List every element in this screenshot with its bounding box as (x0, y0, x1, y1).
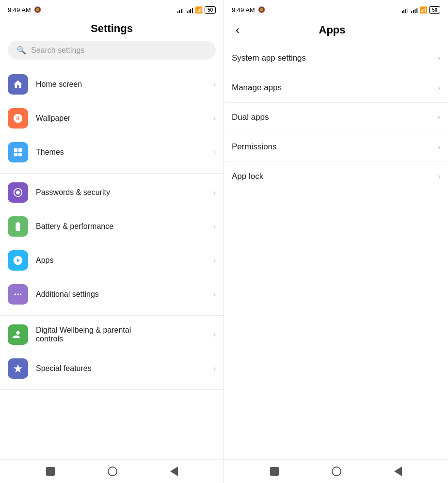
svg-point-8 (16, 331, 19, 335)
battery-icon (8, 216, 28, 237)
settings-item-battery[interactable]: Battery & performance › (0, 209, 224, 243)
system-app-settings-label: System app settings (232, 53, 438, 63)
settings-item-wallpaper[interactable]: Wallpaper › (0, 101, 224, 135)
left-nav-back-icon (170, 467, 178, 476)
manage-apps-label: Manage apps (232, 83, 438, 93)
apps-item-system-app-settings[interactable]: System app settings › (224, 44, 448, 73)
divider-3 (0, 389, 224, 390)
themes-label: Themes (36, 148, 213, 157)
right-nav-bar (224, 459, 448, 483)
digital-wellbeing-icon (8, 324, 28, 345)
wifi-icon: 📶 (195, 6, 203, 14)
digital-wellbeing-chevron: › (213, 330, 216, 339)
settings-item-home-screen[interactable]: Home screen › (0, 67, 224, 101)
home-screen-icon (8, 74, 28, 95)
home-screen-label: Home screen (36, 80, 213, 89)
special-features-chevron: › (213, 364, 216, 373)
passwords-chevron: › (213, 188, 216, 197)
themes-chevron: › (213, 148, 216, 157)
right-panel: 9:49 AM 🔕 📶 50 ‹ Apps Syst (224, 0, 448, 483)
system-app-settings-chevron: › (438, 54, 440, 63)
search-icon: 🔍 (16, 46, 26, 55)
left-status-time: 9:49 AM (8, 6, 31, 14)
svg-point-7 (20, 293, 22, 295)
right-nav-home[interactable] (332, 467, 341, 476)
passwords-icon (8, 182, 28, 203)
left-page-title: Settings (91, 22, 133, 34)
right-signal-icon-2 (411, 7, 417, 13)
apps-item-dual-apps[interactable]: Dual apps › (224, 103, 448, 132)
additional-icon (8, 284, 28, 305)
alarm-icon: 🔕 (34, 6, 41, 13)
left-nav-bar (0, 459, 224, 483)
additional-label: Additional settings (36, 290, 213, 299)
left-nav-circle-icon (108, 467, 117, 476)
apps-icon (8, 250, 28, 271)
settings-item-themes[interactable]: Themes › (0, 135, 224, 169)
right-nav-back[interactable] (394, 467, 402, 476)
divider-2 (0, 315, 224, 316)
wallpaper-icon (8, 108, 28, 129)
digital-wellbeing-line2: controls (36, 335, 213, 343)
right-nav-square-icon (270, 467, 279, 476)
right-status-bar: 9:49 AM 🔕 📶 50 (224, 0, 448, 17)
wallpaper-label: Wallpaper (36, 114, 213, 123)
right-alarm-icon: 🔕 (258, 6, 265, 13)
svg-rect-3 (18, 153, 22, 156)
right-nav-recent[interactable] (270, 467, 279, 476)
apps-list: System app settings › Manage apps › Dual… (224, 44, 448, 459)
right-signal-icon-1 (402, 7, 408, 13)
settings-item-apps[interactable]: Apps › (0, 243, 224, 277)
dual-apps-label: Dual apps (232, 113, 438, 122)
left-nav-home[interactable] (108, 467, 117, 476)
left-nav-square-icon (46, 467, 55, 476)
app-lock-label: App lock (232, 172, 438, 181)
settings-item-passwords[interactable]: Passwords & security › (0, 176, 224, 209)
svg-point-6 (17, 293, 19, 295)
divider-1 (0, 173, 224, 174)
right-page-title: Apps (243, 24, 440, 36)
apps-item-permissions[interactable]: Permissions › (224, 132, 448, 162)
apps-label: Apps (36, 256, 213, 265)
special-features-label: Special features (36, 364, 213, 373)
signal-icon-2 (187, 7, 193, 13)
apps-item-app-lock[interactable]: App lock › (224, 162, 448, 191)
settings-group-1: Home screen › Wallpaper › Themes › (0, 67, 224, 169)
special-features-icon (8, 358, 28, 379)
svg-rect-1 (18, 148, 22, 152)
right-wifi-icon: 📶 (419, 6, 427, 14)
svg-point-5 (15, 293, 16, 295)
signal-icon-1 (177, 7, 184, 13)
settings-item-special-features[interactable]: Special features › (0, 352, 224, 386)
right-battery: 50 (429, 6, 440, 14)
home-screen-chevron: › (213, 80, 216, 89)
back-button[interactable]: ‹ (232, 22, 243, 38)
wallpaper-chevron: › (213, 114, 216, 123)
apps-chevron: › (213, 256, 216, 265)
right-status-icons: 📶 50 (402, 6, 440, 14)
battery-label: Battery & performance (36, 222, 213, 231)
dual-apps-chevron: › (438, 113, 440, 122)
right-nav-circle-icon (332, 467, 341, 476)
settings-item-additional[interactable]: Additional settings › (0, 277, 224, 311)
svg-rect-2 (14, 153, 17, 156)
permissions-chevron: › (438, 143, 440, 151)
search-placeholder: Search settings (31, 46, 84, 55)
left-nav-recent[interactable] (46, 467, 55, 476)
right-status-time: 9:49 AM (232, 6, 255, 14)
manage-apps-chevron: › (438, 83, 440, 92)
left-panel: 9:49 AM 🔕 📶 50 Settings 🔍 (0, 0, 224, 483)
settings-list: Home screen › Wallpaper › Themes › (0, 67, 224, 459)
search-container[interactable]: 🔍 Search settings (0, 41, 224, 67)
left-nav-back[interactable] (170, 467, 178, 476)
apps-item-manage-apps[interactable]: Manage apps › (224, 73, 448, 103)
search-bar[interactable]: 🔍 Search settings (8, 41, 216, 60)
permissions-label: Permissions (232, 142, 438, 152)
settings-group-2: Passwords & security › Battery & perform… (0, 176, 224, 311)
battery-chevron: › (213, 222, 216, 231)
right-header: ‹ Apps (224, 17, 448, 44)
themes-icon (8, 142, 28, 162)
passwords-label: Passwords & security (36, 188, 213, 197)
settings-group-3: Digital Wellbeing & parental controls › … (0, 318, 224, 386)
settings-item-digital-wellbeing[interactable]: Digital Wellbeing & parental controls › (0, 318, 224, 352)
